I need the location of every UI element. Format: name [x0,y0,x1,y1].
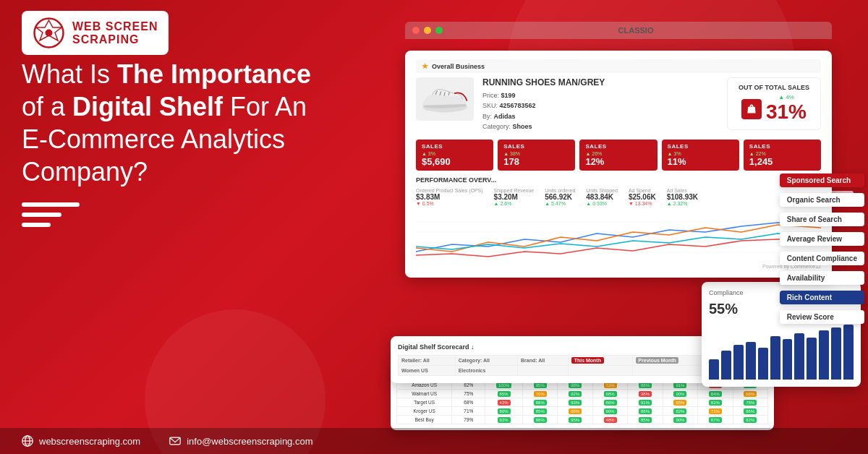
perf-metrics: Ordered Product Sales (OPS) $3.83M ▼ 0.5… [416,188,821,206]
sc-cell: 82% [744,417,757,423]
perf-name-1: Shipped Revenue [494,188,535,193]
ds-col-brand: Brand: All [518,356,569,366]
sc-cell: 90% [673,391,686,397]
sc-score: 68% [452,398,485,407]
digital-shelf-card: Digital Shelf Scorecard ↓ Retailer: All … [391,336,752,383]
metric-label-0: SALES [422,143,488,150]
deco-bar-2 [22,213,61,217]
metric-card-4: SALES ▲ 22% 1,245 [744,140,821,171]
product-image [416,77,474,121]
bar-11 [843,325,854,380]
sc-cell: 87% [709,417,722,423]
product-card: ★ Overall Business RUN [405,51,832,278]
product-title: RUNNING SHOES MAN/GREY [482,77,718,87]
metric-value-4: 1,245 [749,156,815,167]
digital-shelf-title: Digital Shelf Scorecard ↓ [398,343,745,351]
sc-cell: 86% [744,408,757,414]
perf-val-1: $3.20M [494,193,535,201]
perf-metric-5: Ad Sales $108.93K ▲ 2.32% [667,188,698,206]
sc-cell: 70% [534,391,547,397]
ds-col-retailer: Retailer: All [399,356,456,366]
svg-text:%: % [749,109,753,113]
logo-icon [33,17,65,49]
perf-metric-3: Units Shipped 483.84K ▲ 0.93% [586,188,618,206]
sc-cell: 82% [709,400,722,406]
sc-cell: 72% [604,382,617,388]
sc-cell: 95% [534,382,547,388]
table-row: Walmart US 75% 85% 70% 92% 88% 38% 90% 8… [397,390,768,398]
shoe-svg [420,81,470,117]
chart-attribution: Powered by Commerce12 [416,264,821,269]
percent-value: 31% [766,100,807,124]
bar-9 [819,330,829,380]
footer-email-text: info@webscreenscraping.com [187,436,312,447]
bubble-review-score: Review Score [780,310,864,324]
sc-cell: 68% [744,391,757,397]
line-chart [416,212,821,262]
metric-trend-0: ▲ 3% [422,151,488,156]
ds-col-current: This Month [568,356,633,366]
label-bubbles: Sponsored Search Organic Search Share of… [780,174,864,324]
performance-title: PERFORMANCE OVERV... [416,176,821,184]
logo-name-line2: SCRAPING [72,33,158,46]
deco-bar-1 [22,202,80,207]
sc-cell: 85% [639,417,652,423]
perf-val-2: 566.92K [545,193,575,201]
bar-10 [831,327,841,380]
metric-label-3: SALES [668,143,733,150]
bubble-share-of-search: Share of Search [780,213,864,226]
footer-website[interactable]: webscreenscraping.com [22,435,140,447]
sc-cell: 42% [498,400,511,406]
performance-section: PERFORMANCE OVERV... Ordered Product Sal… [416,176,821,269]
sc-cell: 68% [569,408,582,414]
perf-change-0: ▼ 0.5% [416,201,483,206]
product-price: $199 [501,92,516,99]
headline: What Is The Importance of a Digital Shel… [22,58,311,188]
sc-cell: 88% [639,382,652,388]
metric-value-0: $5,690 [422,156,488,167]
metric-label-4: SALES [749,143,815,150]
deco-bar-3 [22,223,51,227]
sc-cell: 85% [498,391,511,397]
current-period-badge: This Month [571,357,604,364]
sc-cell: 84% [709,391,722,397]
sc-vendor: Kroger US [397,407,452,416]
perf-change-2: ▲ 5.47% [545,201,575,206]
metric-card-1: SALES ▲ 38% 178 [498,140,575,171]
sc-vendor: Target US [397,398,452,407]
sc-cell: 90% [673,417,686,423]
logo-text: WEB SCREEN SCRAPING [72,20,158,46]
globe-icon [22,435,33,447]
perf-name-2: Units ordered [545,188,575,193]
sc-cell: 93% [569,400,582,406]
ds-sub-empty2 [568,366,633,376]
perf-change-5: ▲ 2.32% [667,201,698,206]
dashboard-area: CLASSIO ★ Overall Business [391,14,854,427]
metric-trend-3: ▲ 3% [668,151,733,156]
logo[interactable]: WEB SCREEN SCRAPING [22,11,169,55]
sales-metrics-row: SALES ▲ 3% $5,690 SALES ▲ 38% 178 SALES … [416,140,821,171]
sc-score: 75% [452,390,485,398]
bar-3 [746,342,756,380]
perf-metric-2: Units ordered 566.92K ▲ 5.47% [545,188,575,206]
bag-icon: % [741,99,762,119]
footer: webscreenscraping.com info@webscreenscra… [0,428,868,454]
perf-name-4: Ad Spend [629,188,656,193]
footer-email[interactable]: info@webscreenscraping.com [169,435,312,447]
sc-cell: 91% [639,400,652,406]
table-row: Kroger US 71% 80% 85% 68% 90% 88% 82% 72… [397,407,768,416]
bar-0 [709,359,719,380]
sc-score: 79% [452,416,485,424]
out-of-sales-box: OUT OF TOTAL SALES % ▲ 4% 31% [727,77,821,130]
sc-cell: 72% [709,408,722,414]
perf-name-0: Ordered Product Sales (OPS) [416,188,483,193]
perf-metric-0: Ordered Product Sales (OPS) $3.83M ▼ 0.5… [416,188,483,206]
headline-text-1: What Is [22,59,117,89]
metric-card-0: SALES ▲ 3% $5,690 [416,140,493,171]
headline-text-4: E-Commerce Analytics [22,124,285,154]
bubble-organic-search: Organic Search [780,193,864,207]
sc-cell: 88% [534,417,547,423]
bar-chart-label: Compliance [709,289,744,296]
perf-val-0: $3.83M [416,193,483,201]
perf-name-5: Ad Sales [667,188,698,193]
